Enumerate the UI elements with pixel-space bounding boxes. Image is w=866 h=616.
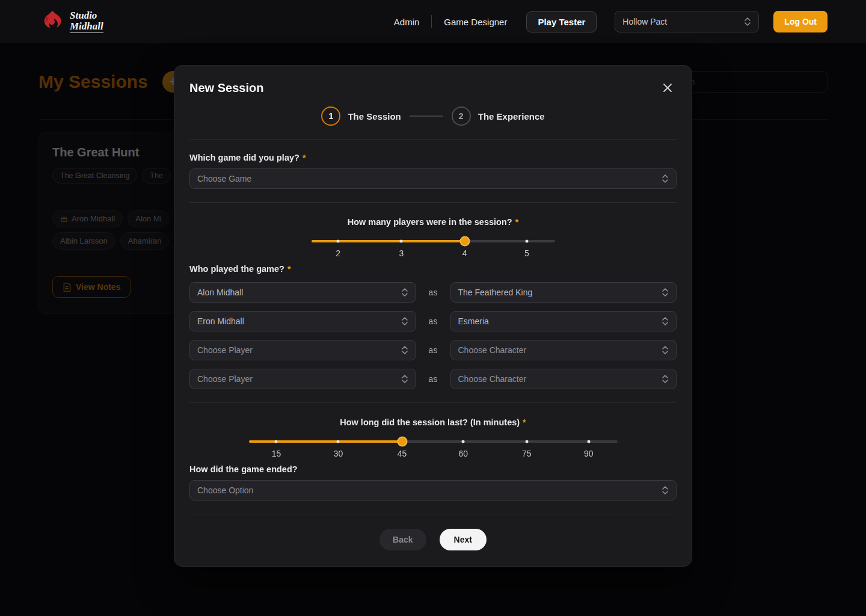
slider-tick-dot: [525, 440, 528, 443]
step-2-number: 2: [452, 106, 471, 126]
player-character-row: Alon Midhall as The Feathered King: [189, 282, 677, 303]
brand-line-1: Studio: [70, 10, 103, 21]
top-navigation-bar: Studio Midhall Admin Game Designer Play …: [0, 0, 866, 43]
chevron-up-down-icon: [662, 486, 669, 494]
who-played-label: Who played the game?*: [189, 264, 677, 274]
duration-slider[interactable]: 15 30 45 60 75 90: [249, 440, 618, 443]
slider-tick-label: 30: [334, 449, 343, 458]
ending-select[interactable]: Choose Option: [189, 480, 677, 500]
step-the-session[interactable]: 1 The Session: [321, 106, 401, 126]
slider-thumb[interactable]: [397, 437, 407, 447]
slider-fill: [249, 440, 402, 443]
game-select[interactable]: Choose Game: [189, 168, 677, 189]
slider-thumb[interactable]: [459, 236, 470, 247]
new-session-modal: New Session 1 The Session 2 The Experien…: [174, 65, 692, 567]
slider-tick-label: 90: [584, 449, 594, 458]
duration-section: How long did the session last? (In minut…: [189, 417, 677, 443]
ending-question-label: How did the game ended?: [189, 464, 677, 474]
duration-label: How long did the session last? (In minut…: [189, 417, 677, 427]
slider-tick-dot: [400, 240, 403, 243]
active-game-value: Hollow Pact: [622, 17, 667, 26]
player-select-value: Alon Midhall: [197, 288, 243, 297]
as-label: as: [416, 316, 450, 326]
chevron-up-down-icon: [662, 375, 669, 383]
slider-tick-dot: [587, 440, 590, 443]
who-played-text: Who played the game?: [189, 264, 284, 274]
close-modal-button[interactable]: [659, 79, 677, 97]
slider-tick-dot: [275, 440, 278, 443]
players-count-text: How many players were in the session?: [348, 217, 512, 227]
step-2-label: The Experience: [478, 111, 545, 122]
chevron-up-down-icon: [401, 346, 408, 354]
chevron-up-down-icon: [662, 346, 669, 354]
main-nav: Admin Game Designer Play Tester: [382, 11, 597, 32]
required-asterisk: *: [515, 217, 519, 227]
player-character-row: Choose Player as Choose Character: [189, 369, 677, 389]
character-select-value: Choose Character: [458, 374, 527, 384]
logout-button[interactable]: Log Out: [773, 11, 828, 32]
required-asterisk: *: [287, 264, 291, 274]
as-label: as: [416, 374, 450, 384]
section-divider: [189, 202, 677, 203]
chevron-up-down-icon: [401, 375, 408, 383]
character-select[interactable]: Esmeria: [450, 311, 677, 331]
modal-footer: Back Next: [189, 529, 677, 550]
player-select[interactable]: Eron Midhall: [189, 311, 416, 331]
nav-admin[interactable]: Admin: [382, 12, 432, 32]
slider-tick-dot: [462, 440, 465, 443]
wizard-stepper: 1 The Session 2 The Experience: [189, 106, 677, 126]
studio-midhall-logo[interactable]: Studio Midhall: [38, 10, 103, 34]
dragon-flame-logo-icon: [38, 10, 65, 34]
slider-fill: [312, 240, 465, 242]
brand-name: Studio Midhall: [70, 10, 103, 34]
slider-tick-label: 15: [272, 449, 281, 458]
chevron-up-down-icon: [662, 317, 669, 325]
character-select[interactable]: Choose Character: [450, 340, 677, 360]
active-game-select[interactable]: Hollow Pact: [615, 11, 759, 32]
slider-tick-label: 3: [399, 248, 404, 258]
chevron-up-down-icon: [744, 17, 751, 26]
players-count-section: How many players were in the session?* 2…: [189, 217, 677, 242]
step-the-experience[interactable]: 2 The Experience: [452, 106, 545, 126]
as-label: as: [416, 288, 450, 297]
character-select[interactable]: The Feathered King: [450, 282, 677, 303]
as-label: as: [416, 345, 450, 355]
player-character-row: Eron Midhall as Esmeria: [189, 311, 677, 331]
players-count-slider[interactable]: 2 3 4 5: [312, 240, 555, 242]
players-count-label: How many players were in the session?*: [189, 217, 677, 227]
character-select-value: The Feathered King: [458, 288, 533, 297]
game-question-label: Which game did you play?*: [189, 153, 677, 162]
modal-title: New Session: [189, 81, 263, 95]
nav-play-tester[interactable]: Play Tester: [526, 11, 597, 32]
required-asterisk: *: [302, 153, 306, 162]
game-question-text: Which game did you play?: [189, 153, 299, 162]
player-select[interactable]: Choose Player: [189, 369, 416, 389]
close-icon: [663, 83, 672, 93]
step-connector: [410, 116, 443, 117]
nav-game-designer[interactable]: Game Designer: [432, 12, 519, 32]
player-select-value: Eron Midhall: [197, 316, 244, 326]
chevron-up-down-icon: [401, 317, 408, 325]
step-1-label: The Session: [348, 111, 401, 122]
chevron-up-down-icon: [401, 288, 408, 297]
game-select-value: Choose Game: [197, 174, 251, 183]
slider-tick-label: 4: [462, 248, 467, 258]
slider-tick-label: 2: [336, 248, 340, 258]
slider-tick-label: 75: [522, 449, 532, 458]
chevron-up-down-icon: [662, 288, 669, 297]
player-select[interactable]: Alon Midhall: [189, 282, 416, 303]
step-1-number: 1: [321, 106, 340, 126]
player-select-value: Choose Player: [197, 374, 253, 384]
duration-text: How long did the session last? (In minut…: [340, 417, 520, 427]
next-button[interactable]: Next: [440, 529, 487, 550]
back-button[interactable]: Back: [379, 529, 426, 550]
section-divider: [189, 402, 677, 403]
ending-question-text: How did the game ended?: [189, 464, 298, 474]
player-select[interactable]: Choose Player: [189, 340, 416, 360]
slider-tick-label: 45: [398, 449, 407, 458]
character-select-value: Esmeria: [458, 316, 489, 326]
character-select[interactable]: Choose Character: [450, 369, 677, 389]
player-select-value: Choose Player: [197, 345, 253, 355]
section-divider: [189, 139, 677, 140]
ending-select-value: Choose Option: [197, 485, 253, 495]
